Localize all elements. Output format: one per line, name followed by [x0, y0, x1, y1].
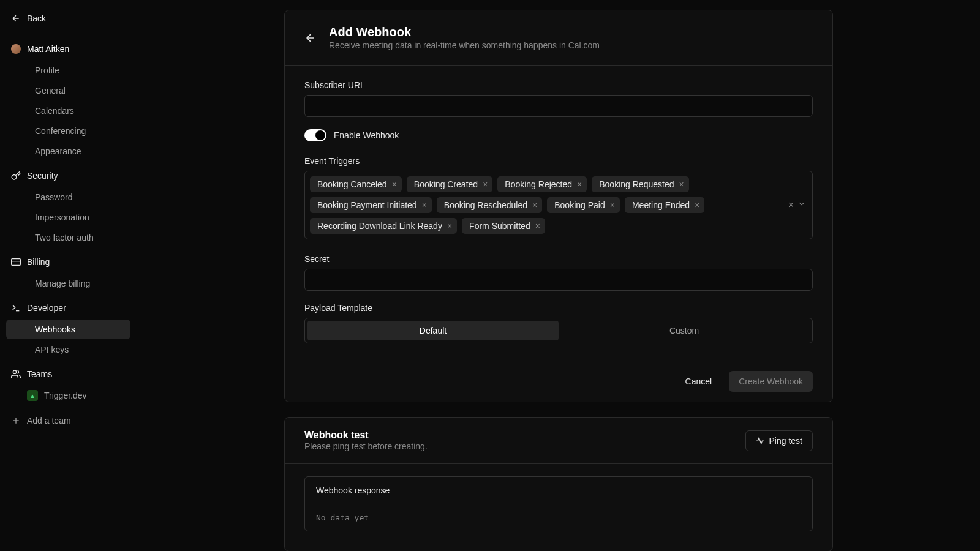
sidebar-item-webhooks[interactable]: Webhooks [6, 320, 130, 339]
main-content: Add Webhook Receive meeting data in real… [137, 0, 980, 551]
subscriber-url-input[interactable] [304, 95, 813, 117]
webhook-test-card: Webhook test Please ping test before cre… [284, 417, 833, 551]
enable-webhook-toggle[interactable] [304, 129, 326, 141]
sidebar-item-appearance[interactable]: Appearance [6, 141, 130, 161]
secret-label: Secret [304, 254, 813, 264]
remove-chip-icon[interactable]: × [695, 201, 699, 209]
billing-label: Billing [27, 257, 50, 267]
sidebar-item-impersonation[interactable]: Impersonation [6, 208, 130, 227]
user-row: Matt Aitken [0, 37, 137, 60]
remove-chip-icon[interactable]: × [422, 201, 427, 209]
arrow-left-icon [11, 13, 21, 23]
event-triggers-label: Event Triggers [304, 156, 813, 166]
back-button[interactable]: Back [0, 7, 137, 29]
card-body: Subscriber URL Enable Webhook Event Trig… [285, 66, 832, 361]
add-team-button[interactable]: Add a team [0, 410, 137, 432]
sidebar-group-developer: Developer [0, 297, 137, 319]
trigger-chip: Booking Rescheduled× [437, 197, 542, 213]
sidebar-item-password[interactable]: Password [6, 187, 130, 207]
multiselect-controls: × [788, 200, 806, 211]
payload-template-label: Payload Template [304, 303, 813, 313]
toggle-knob [315, 130, 325, 140]
webhook-form-card: Add Webhook Receive meeting data in real… [284, 10, 833, 402]
sidebar: Back Matt Aitken Profile General Calenda… [0, 0, 137, 551]
secret-input[interactable] [304, 269, 813, 291]
enable-webhook-label: Enable Webhook [334, 130, 399, 140]
template-custom-button[interactable]: Custom [559, 321, 810, 340]
sidebar-item-api-keys[interactable]: API keys [6, 340, 130, 359]
key-icon [11, 171, 21, 181]
remove-chip-icon[interactable]: × [392, 180, 397, 189]
enable-webhook-row: Enable Webhook [304, 129, 813, 141]
terminal-icon [11, 303, 21, 313]
ping-test-button[interactable]: Ping test [745, 430, 813, 451]
create-webhook-button[interactable]: Create Webhook [729, 371, 813, 392]
response-body: No data yet [305, 504, 812, 531]
test-subtitle: Please ping test before creating. [304, 441, 428, 451]
sidebar-item-profile[interactable]: Profile [6, 61, 130, 80]
ping-label: Ping test [769, 436, 802, 446]
avatar [11, 44, 21, 54]
remove-chip-icon[interactable]: × [610, 201, 615, 209]
developer-label: Developer [27, 303, 66, 313]
user-name: Matt Aitken [27, 44, 69, 54]
sidebar-group-security: Security [0, 165, 137, 187]
remove-chip-icon[interactable]: × [679, 180, 684, 189]
trigger-chip: Booking Paid× [547, 197, 620, 213]
sidebar-item-general[interactable]: General [6, 81, 130, 100]
subscriber-url-label: Subscriber URL [304, 80, 813, 90]
team-badge-icon: ▲ [27, 390, 38, 401]
page-title: Add Webhook [329, 25, 600, 39]
plus-icon [11, 416, 21, 425]
response-label: Webhook response [305, 477, 812, 504]
trigger-chip: Booking Requested× [592, 176, 688, 192]
sidebar-team-trigger[interactable]: ▲ Trigger.dev [0, 385, 137, 406]
trigger-chip: Recording Download Link Ready× [310, 218, 457, 234]
clear-all-icon[interactable]: × [788, 200, 794, 211]
card-footer: Cancel Create Webhook [285, 361, 832, 402]
card-header: Add Webhook Receive meeting data in real… [285, 10, 832, 66]
remove-chip-icon[interactable]: × [447, 222, 452, 230]
activity-icon [756, 437, 764, 445]
sidebar-group-billing: Billing [0, 251, 137, 273]
teams-label: Teams [27, 369, 52, 379]
remove-chip-icon[interactable]: × [483, 180, 488, 189]
page-subtitle: Receive meeting data in real-time when s… [329, 40, 600, 50]
remove-chip-icon[interactable]: × [577, 180, 582, 189]
security-label: Security [27, 171, 58, 181]
sidebar-item-calendars[interactable]: Calendars [6, 101, 130, 121]
cancel-button[interactable]: Cancel [676, 371, 722, 392]
back-label: Back [27, 13, 46, 23]
payload-template-segmented: Default Custom [304, 318, 813, 343]
chevron-down-icon[interactable] [797, 200, 806, 208]
users-icon [11, 369, 21, 379]
sidebar-item-twofactor[interactable]: Two factor auth [6, 228, 130, 247]
sidebar-item-conferencing[interactable]: Conferencing [6, 121, 130, 141]
trigger-chip: Booking Canceled× [310, 176, 402, 192]
trigger-chip: Booking Created× [407, 176, 492, 192]
trigger-chip: Booking Rejected× [497, 176, 587, 192]
back-arrow-icon[interactable] [304, 32, 317, 44]
event-triggers-select[interactable]: Booking Canceled× Booking Created× Booki… [304, 171, 813, 239]
sidebar-item-manage-billing[interactable]: Manage billing [6, 274, 130, 293]
svg-point-3 [13, 370, 16, 373]
add-team-label: Add a team [27, 416, 71, 425]
test-title: Webhook test [304, 430, 428, 441]
response-box: Webhook response No data yet [304, 476, 813, 531]
team-name: Trigger.dev [44, 391, 87, 400]
test-header: Webhook test Please ping test before cre… [285, 418, 832, 464]
remove-chip-icon[interactable]: × [532, 201, 537, 209]
template-default-button[interactable]: Default [307, 321, 559, 340]
svg-rect-0 [12, 259, 21, 266]
trigger-chip: Booking Payment Initiated× [310, 197, 432, 213]
credit-card-icon [11, 257, 21, 267]
remove-chip-icon[interactable]: × [535, 222, 540, 230]
trigger-chip: Form Submitted× [462, 218, 545, 234]
trigger-chip: Meeting Ended× [625, 197, 704, 213]
sidebar-group-teams: Teams [0, 363, 137, 385]
